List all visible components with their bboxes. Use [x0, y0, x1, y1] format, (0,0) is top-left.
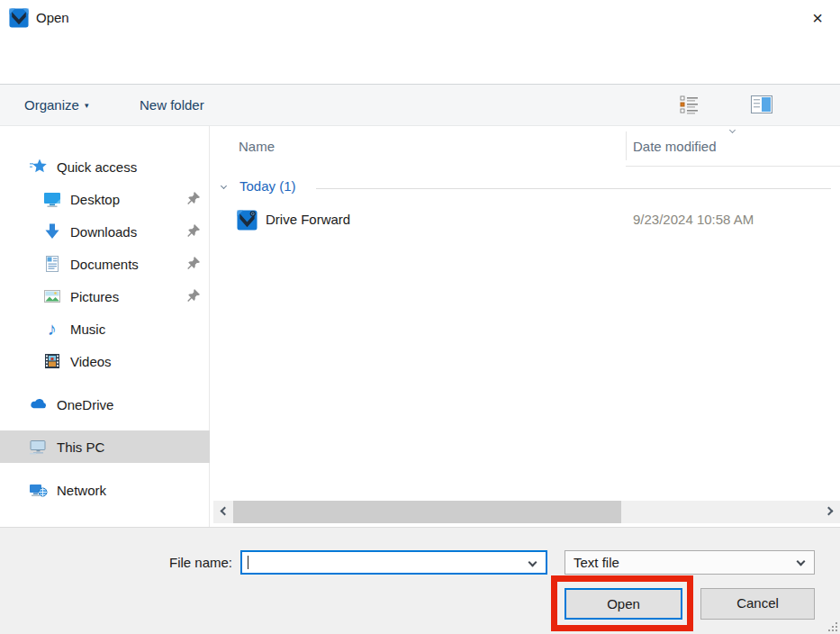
column-filter-chevron-icon[interactable]: [729, 127, 736, 133]
file-list: Name Date modified Today (1) Drive Forwa…: [210, 126, 840, 527]
sidebar-item-videos[interactable]: Videos: [0, 345, 210, 377]
sidebar-item-label: Documents: [70, 257, 139, 272]
documents-icon: [42, 255, 61, 274]
group-header-today[interactable]: Today (1): [210, 177, 840, 200]
organize-button[interactable]: Organize▾: [24, 85, 88, 125]
sidebar-item-desktop[interactable]: Desktop: [0, 183, 210, 215]
dialog-content: Quick access Desktop Dow: [0, 126, 840, 527]
scroll-left-icon[interactable]: [221, 507, 230, 516]
sidebar-item-quick-access[interactable]: Quick access: [0, 150, 210, 183]
file-name-label: File name:: [0, 550, 232, 575]
resize-grip[interactable]: [826, 620, 837, 631]
pictures-icon: [42, 287, 61, 306]
sidebar-item-label: Network: [57, 483, 106, 498]
navigation-pane: Quick access Desktop Dow: [0, 126, 210, 527]
videos-icon: [42, 352, 61, 371]
sidebar-item-label: Quick access: [57, 159, 137, 175]
music-note-icon: ♪: [42, 320, 61, 339]
dialog-footer: File name: Text file Open Cancel: [0, 527, 840, 634]
quick-access-star-icon: [29, 158, 48, 177]
group-collapse-icon[interactable]: [221, 183, 227, 189]
column-header-name[interactable]: Name: [239, 139, 275, 154]
sidebar-item-documents[interactable]: Documents: [0, 248, 210, 280]
pin-icon: [185, 223, 201, 239]
file-name-dropdown-icon[interactable]: [528, 558, 537, 567]
pin-icon: [185, 191, 201, 206]
file-name: Drive Forward: [266, 212, 350, 227]
header-underline: [626, 166, 840, 167]
sidebar-item-downloads[interactable]: Downloads: [0, 215, 210, 248]
new-folder-label: New folder: [140, 97, 204, 113]
file-type-dropdown[interactable]: Text file: [565, 550, 815, 575]
sidebar-item-label: Desktop: [70, 192, 120, 207]
sidebar-item-label: Music: [70, 322, 105, 337]
this-pc-icon: [29, 438, 48, 457]
network-icon: [29, 481, 48, 500]
window-title: Open: [36, 0, 69, 36]
file-row-drive-forward[interactable]: Drive Forward 9/23/2024 10:58 AM: [210, 204, 840, 238]
change-view-icon[interactable]: [680, 95, 700, 116]
group-label: Today (1): [239, 178, 296, 194]
command-toolbar: Organize▾ New folder ?: [0, 84, 840, 126]
column-divider[interactable]: [626, 131, 627, 160]
sidebar-item-label: Videos: [70, 354, 112, 369]
drive-forward-app-icon: [237, 210, 257, 231]
horizontal-scrollbar[interactable]: [213, 501, 840, 523]
open-button[interactable]: Open: [565, 588, 682, 620]
group-divider-line: [316, 188, 831, 189]
sidebar-item-music[interactable]: ♪ Music: [0, 312, 210, 345]
sidebar-item-label: This PC: [57, 439, 104, 455]
file-name-input[interactable]: [248, 553, 518, 572]
navigation-bar: ← → ↑ This PC Downloads: [0, 36, 840, 84]
preview-pane-icon[interactable]: [751, 95, 772, 113]
desktop-icon: [42, 190, 61, 209]
file-name-combobox: [240, 550, 547, 575]
app-logo-icon: [9, 8, 29, 28]
titlebar: Open ×: [0, 0, 840, 36]
scroll-right-icon[interactable]: [825, 507, 834, 516]
pin-icon: [185, 288, 201, 303]
file-type-dropdown-icon: [797, 557, 806, 566]
scrollbar-thumb[interactable]: [233, 501, 621, 523]
sidebar-item-pictures[interactable]: Pictures: [0, 280, 210, 312]
organize-label: Organize: [24, 97, 79, 113]
pin-icon: [185, 256, 201, 271]
sidebar-item-label: Pictures: [70, 289, 119, 304]
sidebar-item-this-pc[interactable]: This PC: [0, 430, 210, 463]
sidebar-item-label: Downloads: [70, 224, 137, 240]
new-folder-button[interactable]: New folder: [140, 85, 204, 125]
sidebar-item-onedrive[interactable]: OneDrive: [0, 388, 210, 421]
caret-down-icon: ▾: [85, 101, 89, 110]
sidebar-item-network[interactable]: Network: [0, 474, 210, 506]
onedrive-cloud-icon: [29, 395, 48, 414]
downloads-icon: [42, 222, 61, 241]
file-type-value: Text file: [574, 555, 619, 570]
cancel-button[interactable]: Cancel: [700, 588, 815, 620]
close-icon[interactable]: ×: [805, 6, 830, 30]
sidebar-item-label: OneDrive: [57, 397, 113, 412]
file-date-modified: 9/23/2024 10:58 AM: [633, 212, 754, 227]
column-header-date-modified[interactable]: Date modified: [633, 139, 717, 154]
